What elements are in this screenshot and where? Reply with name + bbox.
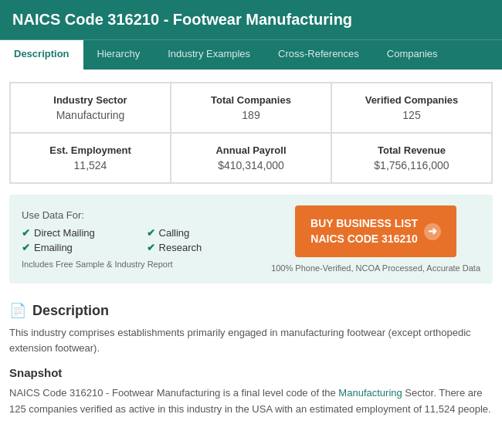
stat-industry-sector-label: Industry Sector bbox=[20, 94, 161, 106]
check-calling: ✔ Calling bbox=[147, 227, 259, 239]
check-label: Research bbox=[159, 242, 202, 253]
stat-employment: Est. Employment 11,524 bbox=[10, 133, 171, 183]
cta-verified-text: 100% Phone-Verified, NCOA Processed, Acc… bbox=[271, 263, 480, 273]
stat-total-companies-value: 189 bbox=[242, 109, 259, 121]
tab-cross-references[interactable]: Cross-References bbox=[264, 40, 373, 70]
page-title: NAICS Code 316210 - Footwear Manufacturi… bbox=[12, 11, 490, 29]
cta-right: BUY BUSINESS LIST NAICS CODE 316210 ➜ 10… bbox=[259, 205, 480, 273]
snapshot-heading: Snapshot bbox=[9, 366, 493, 379]
tab-companies[interactable]: Companies bbox=[373, 40, 452, 70]
description-heading: Description bbox=[32, 303, 109, 319]
buy-business-list-button[interactable]: BUY BUSINESS LIST NAICS CODE 316210 ➜ bbox=[295, 205, 456, 257]
check-research: ✔ Research bbox=[147, 242, 259, 253]
cta-box: Use Data For: ✔ Direct Mailing ✔ Calling… bbox=[9, 195, 493, 283]
stat-payroll-label: Annual Payroll bbox=[181, 144, 321, 156]
page-header: NAICS Code 316210 - Footwear Manufacturi… bbox=[0, 0, 502, 39]
description-text: This industry comprises establishments p… bbox=[9, 325, 493, 355]
stat-revenue: Total Revenue $1,756,116,000 bbox=[331, 133, 492, 183]
stat-verified-companies-value: 125 bbox=[402, 109, 420, 121]
snapshot-text-before: NAICS Code 316210 - Footwear Manufacturi… bbox=[9, 387, 338, 399]
stat-total-companies: Total Companies 189 bbox=[171, 83, 331, 133]
stat-employment-value: 11,524 bbox=[74, 159, 107, 171]
cta-left: Use Data For: ✔ Direct Mailing ✔ Calling… bbox=[22, 209, 259, 269]
tab-description[interactable]: Description bbox=[0, 40, 83, 70]
stat-payroll-value: $410,314,000 bbox=[218, 159, 284, 171]
use-data-label: Use Data For: bbox=[22, 209, 259, 221]
stat-verified-companies: Verified Companies 125 bbox=[331, 83, 492, 133]
tab-industry-examples[interactable]: Industry Examples bbox=[154, 40, 264, 70]
check-direct-mailing: ✔ Direct Mailing bbox=[22, 227, 134, 239]
tab-bar: Description Hierarchy Industry Examples … bbox=[0, 39, 502, 70]
check-label: Calling bbox=[159, 227, 190, 239]
snapshot-manufacturing-link[interactable]: Manufacturing bbox=[338, 387, 402, 399]
stat-payroll: Annual Payroll $410,314,000 bbox=[171, 133, 331, 183]
tab-hierarchy[interactable]: Hierarchy bbox=[83, 40, 154, 70]
stat-industry-sector-value: Manufacturing bbox=[56, 109, 125, 121]
document-icon: 📄 bbox=[9, 302, 26, 319]
description-title-row: 📄 Description bbox=[9, 302, 493, 319]
stat-industry-sector: Industry Sector Manufacturing bbox=[10, 83, 171, 133]
stat-verified-companies-label: Verified Companies bbox=[341, 94, 482, 106]
stats-grid: Industry Sector Manufacturing Total Comp… bbox=[9, 82, 493, 184]
checkmark-icon: ✔ bbox=[147, 242, 155, 253]
check-label: Direct Mailing bbox=[34, 227, 95, 239]
stat-total-companies-label: Total Companies bbox=[181, 94, 321, 106]
description-section: 📄 Description This industry comprises es… bbox=[9, 294, 493, 426]
cta-checkmarks: ✔ Direct Mailing ✔ Calling ✔ Emailing ✔ … bbox=[22, 227, 259, 253]
check-emailing: ✔ Emailing bbox=[22, 242, 134, 253]
checkmark-icon: ✔ bbox=[147, 227, 155, 239]
cta-note: Includes Free Sample & Industry Report bbox=[22, 260, 259, 269]
checkmark-icon: ✔ bbox=[22, 227, 30, 239]
stat-employment-label: Est. Employment bbox=[20, 144, 161, 156]
buy-button-text: BUY BUSINESS LIST NAICS CODE 316210 bbox=[310, 216, 418, 246]
snapshot-text: NAICS Code 316210 - Footwear Manufacturi… bbox=[9, 385, 493, 418]
stat-revenue-value: $1,756,116,000 bbox=[374, 159, 449, 171]
checkmark-icon: ✔ bbox=[22, 242, 30, 253]
stat-revenue-label: Total Revenue bbox=[341, 144, 482, 156]
check-label: Emailing bbox=[34, 242, 73, 253]
arrow-icon: ➜ bbox=[424, 223, 441, 240]
